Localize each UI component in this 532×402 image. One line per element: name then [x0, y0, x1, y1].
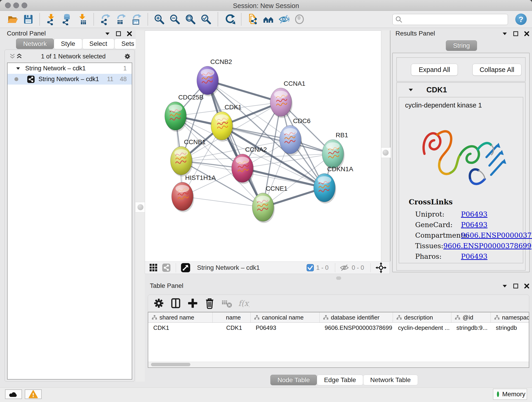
export-network-icon[interactable]: [99, 12, 112, 26]
network-view-icon[interactable]: [161, 262, 172, 273]
table-cell[interactable]: cyclin-dependent ...: [393, 323, 451, 333]
column-header-canonical-name[interactable]: canonical name: [251, 313, 320, 322]
birds-eye-view-icon[interactable]: [180, 262, 191, 273]
zoom-out-icon[interactable]: [168, 12, 181, 26]
network-graph[interactable]: CCNB2 CCNA1 CDC25B CDK1 CDC6 RB1 CCNB1: [145, 31, 381, 262]
tab-edge-table[interactable]: Edge Table: [317, 375, 363, 385]
crosslink-link[interactable]: P06493: [461, 210, 488, 221]
delete-column-icon[interactable]: [203, 296, 216, 310]
right-splitter-handle[interactable]: [380, 147, 391, 158]
collection-expander-icon[interactable]: [16, 67, 20, 70]
table-cell[interactable]: 9606.ENSP00000378699: [320, 323, 393, 333]
network-options-gear-icon[interactable]: [124, 53, 131, 60]
tab-network[interactable]: Network: [16, 38, 54, 49]
node-CDC25B[interactable]: CDC25B: [165, 94, 203, 132]
cloud-status-icon[interactable]: [5, 389, 22, 399]
results-panel-close-icon[interactable]: [523, 30, 530, 37]
table-panel-float-icon[interactable]: [512, 283, 519, 289]
table-panel-close-icon[interactable]: [523, 283, 530, 289]
network-tree: String Network – cdk1 1 String Network –…: [7, 63, 132, 380]
table-cell[interactable]: stringdb:9...: [451, 323, 491, 333]
node-CCNE1[interactable]: CCNE1: [252, 185, 288, 223]
fit-selected-crosshair-icon[interactable]: [375, 262, 387, 274]
network-canvas[interactable]: CCNB2 CCNA1 CDC25B CDK1 CDC6 RB1 CCNB1: [145, 31, 381, 262]
column-header--id[interactable]: @id: [451, 313, 491, 322]
tab-style[interactable]: Style: [54, 38, 82, 49]
export-image-icon[interactable]: [130, 12, 143, 26]
node-CDKN1A[interactable]: CDKN1A: [314, 166, 353, 204]
entry-header[interactable]: CDK1: [397, 83, 525, 97]
add-column-icon[interactable]: [186, 296, 199, 310]
table-cell[interactable]: stringdb: [491, 323, 529, 333]
column-header-description[interactable]: description: [393, 313, 451, 322]
network-label: String Network – cdk1: [38, 76, 99, 83]
column-header-database-identifier[interactable]: database identifier: [320, 313, 393, 322]
import-network-from-database-icon[interactable]: [60, 12, 73, 26]
table-cell[interactable]: CDK1: [213, 323, 251, 333]
import-table-from-file-icon[interactable]: [76, 12, 89, 26]
expand-all-networks-icon[interactable]: [16, 53, 23, 60]
left-splitter[interactable]: [136, 31, 145, 382]
open-session-icon[interactable]: [6, 12, 19, 26]
tab-node-table[interactable]: Node Table: [270, 375, 317, 385]
node-RB1[interactable]: RB1: [322, 132, 348, 170]
crosslink-link[interactable]: 9606.ENSP00000378699: [461, 231, 532, 242]
zoom-in-icon[interactable]: [152, 12, 166, 26]
clone-network-icon[interactable]: [246, 12, 259, 26]
edge-CCNE1-HIST1H1A[interactable]: [182, 196, 263, 207]
crosslink-link[interactable]: 9606.ENSP00000378699: [443, 242, 532, 252]
table-panel-menu-icon[interactable]: [501, 283, 508, 289]
column-header-shared-name[interactable]: shared name: [148, 313, 213, 322]
results-panel-float-icon[interactable]: [512, 30, 519, 37]
hide-selected-icon[interactable]: [277, 12, 291, 26]
right-splitter[interactable]: [381, 31, 390, 261]
edge-CCNB2-CCNE1[interactable]: [208, 80, 263, 207]
selected-nodes-checkbox[interactable]: [307, 264, 314, 271]
results-panel-menu-icon[interactable]: [501, 30, 508, 37]
node-CCNA1[interactable]: CCNA1: [270, 80, 305, 118]
node-CDC6[interactable]: CDC6: [279, 117, 310, 155]
import-network-from-file-icon[interactable]: [44, 12, 58, 26]
control-panel-menu-icon[interactable]: [104, 30, 111, 37]
memory-button[interactable]: Memory: [493, 389, 527, 400]
tab-select[interactable]: Select: [82, 38, 114, 49]
search-input[interactable]: [405, 16, 508, 23]
apply-layout-icon[interactable]: [223, 12, 236, 26]
collapse-all-networks-icon[interactable]: [9, 53, 16, 60]
tab-string[interactable]: String: [446, 40, 477, 51]
collapse-all-button[interactable]: Collapse All: [472, 64, 521, 76]
table-settings-gear-icon[interactable]: [152, 296, 165, 310]
node-CCNB1[interactable]: CCNB1: [171, 138, 206, 177]
scrollbar-thumb[interactable]: [151, 363, 190, 366]
left-splitter-handle[interactable]: [135, 202, 146, 212]
zoom-selected-icon[interactable]: [199, 12, 213, 26]
table-cell[interactable]: CDK1: [148, 323, 213, 333]
string-home-icon[interactable]: [262, 12, 275, 26]
crosslink-link[interactable]: P06493: [461, 252, 488, 263]
node-HIST1H1A[interactable]: HIST1H1A: [172, 174, 216, 212]
grid-view-icon[interactable]: [148, 262, 159, 273]
column-header-name[interactable]: name: [213, 313, 251, 322]
network-row[interactable]: String Network – cdk1 11 48: [7, 74, 132, 85]
warning-status-icon[interactable]: [25, 389, 42, 399]
control-panel-close-icon[interactable]: [126, 30, 133, 37]
column-header-namespac[interactable]: namespac: [491, 313, 529, 322]
node-CCNB2[interactable]: CCNB2: [197, 58, 232, 96]
export-table-icon[interactable]: [114, 12, 127, 26]
network-edge-count: 48: [120, 76, 127, 83]
zoom-fit-icon[interactable]: [184, 12, 197, 26]
table-cell[interactable]: P06493: [251, 323, 320, 333]
help-icon[interactable]: ?: [515, 13, 527, 25]
show-columns-icon[interactable]: [169, 296, 182, 310]
tab-network-table[interactable]: Network Table: [363, 375, 418, 385]
expand-all-button[interactable]: Expand All: [411, 64, 458, 76]
table-row[interactable]: CDK1CDK1P064939606.ENSP00000378699cyclin…: [148, 323, 529, 333]
network-collection-row[interactable]: String Network – cdk1 1: [7, 63, 132, 74]
table-horizontal-scrollbar[interactable]: [148, 362, 529, 367]
save-session-icon[interactable]: [22, 12, 35, 26]
search-box[interactable]: [393, 14, 508, 25]
control-panel-float-icon[interactable]: [115, 30, 122, 37]
crosslink-link[interactable]: P06493: [461, 221, 488, 231]
entry-collapse-icon[interactable]: [409, 89, 413, 91]
selected-count-label: 1 - 0: [316, 264, 329, 271]
